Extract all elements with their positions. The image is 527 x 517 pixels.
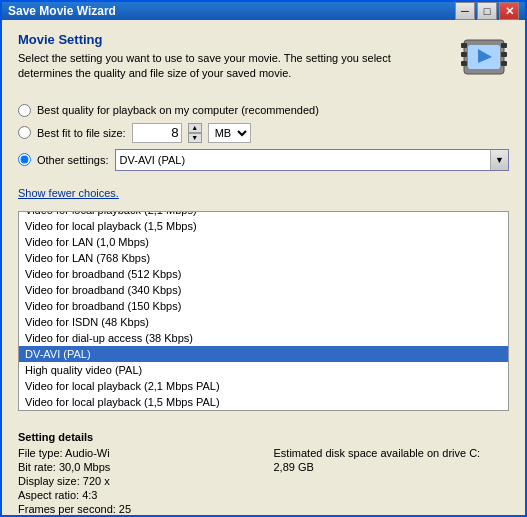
spinner-up[interactable]: ▲ — [188, 123, 202, 133]
best-quality-radio[interactable] — [18, 104, 31, 117]
frames-detail: Frames per second: 25 — [18, 503, 254, 515]
dropdown-item[interactable]: Video for local playback (2,1 Mbps) — [19, 211, 508, 218]
svg-rect-6 — [501, 61, 507, 66]
minimize-button[interactable]: ─ — [455, 2, 475, 20]
file-type-detail: File type: Audio-Wi — [18, 447, 254, 459]
dropdown-item[interactable]: DV-AVI (PAL) — [19, 346, 508, 362]
spinner-down[interactable]: ▼ — [188, 133, 202, 143]
dropdown-item[interactable]: Video for dial-up access (38 Kbps) — [19, 330, 508, 346]
aspect-ratio-detail: Aspect ratio: 4:3 — [18, 489, 254, 501]
dropdown-item[interactable]: Video for local playback (1,5 Mbps) — [19, 218, 508, 234]
file-size-input[interactable] — [132, 123, 182, 143]
unit-select[interactable]: MB GB — [208, 123, 251, 143]
other-settings-radio[interactable] — [18, 153, 31, 166]
details-left: File type: Audio-Wi Bit rate: 30,0 Mbps … — [18, 447, 254, 517]
setting-details-title: Setting details — [18, 431, 509, 443]
best-fit-label: Best fit to file size: — [37, 127, 126, 139]
desc-line1: Select the setting you want to use to sa… — [18, 52, 391, 64]
dropdown-item[interactable]: Video for local playback (1,5 Mbps PAL) — [19, 394, 508, 410]
dropdown-item[interactable]: Video for local playback (2,1 Mbps PAL) — [19, 378, 508, 394]
details-right: Estimated disk space available on drive … — [274, 447, 510, 517]
other-settings-row: Other settings: DV-AVI (PAL) ▼ — [18, 149, 509, 171]
dropdown-item[interactable]: Video for LAN (1,0 Mbps) — [19, 234, 508, 250]
settings-display[interactable]: DV-AVI (PAL) ▼ — [115, 149, 509, 171]
close-button[interactable]: ✕ — [499, 2, 519, 20]
best-quality-label: Best quality for playback on my computer… — [37, 104, 319, 116]
desc-line2: determines the quality and file size of … — [18, 67, 291, 79]
maximize-button[interactable]: □ — [477, 2, 497, 20]
section-description: Select the setting you want to use to sa… — [18, 51, 449, 82]
setting-details: Setting details File type: Audio-Wi Bit … — [18, 431, 509, 517]
section-title: Movie Setting — [18, 32, 449, 47]
save-movie-wizard-window: Save Movie Wizard ─ □ ✕ Movie Setting Se… — [0, 0, 527, 517]
dropdown-item[interactable]: Video for ISDN (48 Kbps) — [19, 314, 508, 330]
best-fit-row: Best fit to file size: ▲ ▼ MB GB — [18, 123, 509, 143]
settings-select-container: DV-AVI (PAL) ▼ — [115, 149, 509, 171]
svg-rect-4 — [501, 43, 507, 48]
header-row: Movie Setting Select the setting you wan… — [18, 32, 509, 88]
dropdown-item[interactable]: High quality video (PAL) — [19, 362, 508, 378]
best-fit-radio[interactable] — [18, 126, 31, 139]
details-columns: File type: Audio-Wi Bit rate: 30,0 Mbps … — [18, 447, 509, 517]
content-area: Movie Setting Select the setting you wan… — [2, 20, 525, 517]
svg-rect-1 — [461, 43, 467, 48]
bit-rate-detail: Bit rate: 30,0 Mbps — [18, 461, 254, 473]
header-text: Movie Setting Select the setting you wan… — [18, 32, 449, 88]
dropdown-list[interactable]: Video for Pocket PC (218 Kbps)Video for … — [18, 211, 509, 411]
title-bar-controls: ─ □ ✕ — [455, 2, 519, 20]
settings-dropdown-arrow[interactable]: ▼ — [490, 150, 508, 170]
dropdown-item[interactable]: Video for LAN (768 Kbps) — [19, 250, 508, 266]
svg-rect-2 — [461, 52, 467, 57]
settings-value: DV-AVI (PAL) — [120, 154, 490, 166]
dropdown-item[interactable]: Video for broadband (150 Kbps) — [19, 298, 508, 314]
svg-rect-3 — [461, 61, 467, 66]
display-size-detail: Display size: 720 x — [18, 475, 254, 487]
window-title: Save Movie Wizard — [8, 4, 116, 18]
other-settings-label: Other settings: — [37, 154, 109, 166]
dropdown-item[interactable]: Video for broadband (340 Kbps) — [19, 282, 508, 298]
radio-group: Best quality for playback on my computer… — [18, 104, 509, 171]
svg-rect-5 — [501, 52, 507, 57]
dropdown-item[interactable]: Video for broadband (512 Kbps) — [19, 266, 508, 282]
show-fewer-link[interactable]: Show fewer choices. — [18, 187, 509, 199]
best-quality-row: Best quality for playback on my computer… — [18, 104, 509, 117]
disk-space-value: 2,89 GB — [274, 461, 510, 473]
file-size-row: ▲ ▼ MB GB — [132, 123, 251, 143]
file-size-spinner: ▲ ▼ — [188, 123, 202, 143]
title-bar: Save Movie Wizard ─ □ ✕ — [2, 2, 525, 20]
disk-space-label: Estimated disk space available on drive … — [274, 447, 510, 459]
film-icon — [459, 32, 509, 82]
